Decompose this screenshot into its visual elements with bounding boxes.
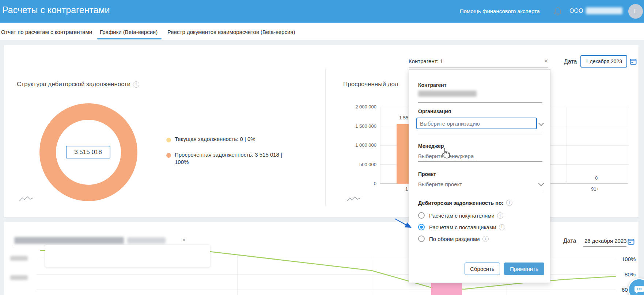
field-underline <box>418 102 542 103</box>
popup-project-label: Проект <box>418 171 436 177</box>
tab-report[interactable]: Отчет по расчетам с контрагентами <box>1 29 92 35</box>
app-window: Расчеты с контрагентами Помощь финансово… <box>0 0 644 295</box>
chat-bubble-icon <box>634 285 644 294</box>
debt-section-label: Дебиторская задолженность по:i <box>418 200 512 206</box>
avatar-letter: Г <box>634 8 637 15</box>
donut-total-value: 3 515 018 <box>74 149 102 156</box>
calendar-icon[interactable] <box>630 58 637 65</box>
chevron-down-icon[interactable] <box>538 120 544 126</box>
date-label: Дата <box>564 58 577 65</box>
header-bar: Расчеты с контрагентами Помощь финансово… <box>0 0 644 23</box>
organization-input[interactable] <box>416 118 537 129</box>
donut-chart-title: Структура дебиторской задолженностиi <box>17 81 139 88</box>
info-icon[interactable]: i <box>482 236 489 242</box>
legend-overdue[interactable]: Просроченная задолженность: 3 515 018 | … <box>175 151 293 166</box>
radio-label: По обоим разделам <box>429 236 480 242</box>
x-category-label-91plus: 91+ <box>591 186 599 192</box>
field-underline <box>418 190 542 190</box>
y-tick: 1 500 000 <box>342 123 376 129</box>
debt-section-label-text: Дебиторская задолженность по: <box>418 200 504 206</box>
y-tick: 500 000 <box>342 162 376 167</box>
bell-icon[interactable] <box>553 7 562 16</box>
help-link[interactable]: Помощь финансового эксперта <box>460 8 540 14</box>
bar-value-label: 1 55 <box>399 115 408 120</box>
field-underline <box>418 134 542 134</box>
counterparty-filter-underline <box>409 68 548 68</box>
legend-current[interactable]: Текущая задолженность: 0 | 0% <box>175 136 255 142</box>
annotation-arrow <box>394 218 417 232</box>
org-name-redacted <box>586 7 622 14</box>
zoom-brush-icon[interactable] <box>19 196 34 202</box>
radio-row-suppliers[interactable]: Расчетам с поставщиками i <box>418 224 505 230</box>
info-icon[interactable]: i <box>133 81 139 88</box>
radio-row-both[interactable]: По обоим разделам i <box>418 235 489 242</box>
chevron-down-icon[interactable] <box>538 181 544 187</box>
pink-bar-series[interactable] <box>431 283 462 295</box>
donut-chart-title-text: Структура дебиторской задолженности <box>17 81 130 88</box>
date-picker[interactable]: 1 декабря 2023 <box>580 55 627 68</box>
popup-organization-label: Организация <box>418 108 451 114</box>
radio-label: Расчетам с покупателями <box>429 212 495 219</box>
tab-bar: Отчет по расчетам с контрагентами График… <box>0 23 644 40</box>
avatar[interactable]: Г <box>628 4 643 19</box>
tooltip-box-empty <box>45 245 210 267</box>
donut-center-tooltip: 3 515 018 <box>66 146 110 158</box>
zoom-brush-icon[interactable] <box>346 196 361 202</box>
project-input[interactable] <box>418 180 528 188</box>
counterparty-filter-input[interactable]: Контрагент: 1 <box>409 58 443 64</box>
bar-value-label-zero: 0 <box>595 175 598 181</box>
tab-charts[interactable]: Графики (Beta-версия) <box>100 29 158 35</box>
card-divider <box>325 69 326 206</box>
info-icon[interactable]: i <box>497 212 503 219</box>
y-tick: 1 000 000 <box>342 142 376 148</box>
manager-input[interactable] <box>418 152 528 160</box>
legend-dot-overdue <box>166 153 171 158</box>
radio-label: Расчетам с поставщиками <box>429 224 496 230</box>
y-tick: 2 000 000 <box>342 104 376 110</box>
popup-counterparty-value-redacted <box>418 91 477 97</box>
field-underline <box>418 161 542 162</box>
page-title: Расчеты с контрагентами <box>2 5 110 15</box>
filter-popup: Контрагент Организация Менеджер Проект Д… <box>409 69 550 283</box>
date-value: 1 декабря 2023 <box>586 58 622 64</box>
apply-button[interactable]: Применить <box>504 263 544 275</box>
bar-chart-title: Просроченный дол <box>343 81 398 88</box>
hand-cursor-icon <box>441 148 450 160</box>
info-icon[interactable]: i <box>506 200 512 206</box>
gridline <box>567 107 567 184</box>
radio-row-buyers[interactable]: Расчетам с покупателями i <box>418 212 503 219</box>
popup-manager-label: Менеджер <box>418 143 444 149</box>
x-category-label: 1 <box>405 186 408 192</box>
org-name-prefix[interactable]: ООО <box>569 8 583 14</box>
clear-counterparty-icon[interactable]: × <box>544 58 548 64</box>
info-icon[interactable]: i <box>499 224 505 230</box>
active-tab-underline <box>97 38 162 39</box>
radio-icon[interactable] <box>418 212 425 219</box>
reset-button[interactable]: Сбросить <box>465 263 500 275</box>
y-tick: 0 <box>342 181 376 186</box>
legend-dot-current <box>166 138 171 142</box>
tab-registry[interactable]: Реестр документов взаиморасчетов (Beta-в… <box>167 29 295 35</box>
radio-icon[interactable] <box>418 235 425 242</box>
radio-icon-checked[interactable] <box>418 224 425 230</box>
popup-counterparty-label: Контрагент <box>418 82 447 88</box>
